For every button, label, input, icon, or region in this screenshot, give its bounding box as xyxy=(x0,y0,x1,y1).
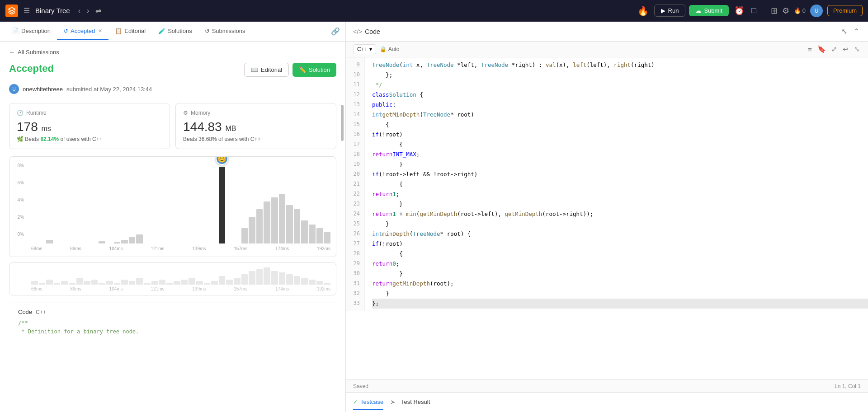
memory-icon: ⚙ xyxy=(183,110,188,116)
code-line: int getMinDepth(TreeNode* root) xyxy=(372,110,868,120)
accepted-status-title: Accepted xyxy=(9,63,54,75)
mini-chart-x-label: 68ms xyxy=(31,286,42,291)
accepted-tab-icon: ↺ xyxy=(63,28,68,34)
code-lines: TreeNode(int x, TreeNode *left, TreeNode… xyxy=(365,57,868,311)
language-selector[interactable]: C++ ▾ xyxy=(353,44,376,54)
code-line: */ xyxy=(372,80,868,90)
submissions-tab-icon: ↺ xyxy=(205,28,210,34)
mini-chart-bar xyxy=(144,283,151,285)
cursor-position: Ln 1, Col 1 xyxy=(835,383,861,389)
tab-description[interactable]: 📄 Description xyxy=(5,23,57,40)
editorial-button[interactable]: 📖 Editorial xyxy=(244,63,289,77)
alarm-button[interactable]: ⏰ xyxy=(732,4,746,18)
next-button[interactable]: › xyxy=(84,5,92,17)
fire-button[interactable]: 🔥 xyxy=(636,4,651,18)
memory-value: 144.83 MB xyxy=(183,120,329,134)
line-number: 9 xyxy=(346,60,364,70)
submit-cloud-icon: ☁ xyxy=(695,7,701,14)
shuffle-button[interactable]: ⇌ xyxy=(93,5,104,17)
maximize-button[interactable]: ⤡ xyxy=(853,44,861,54)
fire-count: 🔥 0 xyxy=(794,7,806,14)
code-preview: /** * Definition for a binary tree node. xyxy=(18,319,327,336)
chart-bar xyxy=(99,241,105,243)
line-number: 22 xyxy=(346,189,364,199)
run-button[interactable]: ▶ Run xyxy=(654,5,686,17)
undo-button[interactable]: ↩ xyxy=(842,44,849,54)
tab-submissions[interactable]: ↺ Submissions xyxy=(198,23,252,40)
code-line: { xyxy=(372,179,868,189)
mini-chart-bar xyxy=(159,280,165,285)
fullscreen-button[interactable]: ⤢ xyxy=(830,44,838,54)
memory-beat: Beats 36.68% of users with C++ xyxy=(183,136,329,142)
submitter-name: onewhitethreee xyxy=(23,86,63,93)
chart-bar: 😊 xyxy=(219,167,226,243)
chart-bar xyxy=(256,209,263,244)
premium-button[interactable]: Premium xyxy=(827,5,863,16)
grid-icon[interactable]: ⊞ xyxy=(771,6,778,16)
tab-editorial[interactable]: 📋 Editorial xyxy=(108,23,152,40)
menu-icon[interactable]: ☰ xyxy=(22,5,32,17)
run-area: 🔥 ▶ Run ☁ Submit ⏰ □ xyxy=(636,4,758,18)
solution-button[interactable]: ✏️ Solution xyxy=(292,63,336,77)
expand-code-button[interactable]: ⤡ xyxy=(840,26,849,37)
mini-chart-bar xyxy=(91,280,98,285)
code-line: return INT_MAX; xyxy=(372,150,868,159)
code-section: Code C++ /** * Definition for a binary t… xyxy=(9,303,336,342)
logo[interactable] xyxy=(5,5,18,17)
collapse-code-button[interactable]: ⌃ xyxy=(852,26,861,37)
runtime-beat: 🌿 Beats 82.14% of users with C++ xyxy=(17,136,162,142)
mini-chart-bar xyxy=(54,283,61,285)
chart-bar xyxy=(114,242,121,243)
mini-chart-bar xyxy=(106,281,113,285)
code-line: { xyxy=(372,249,868,259)
chart-x-label: 192ms xyxy=(317,246,330,251)
link-icon[interactable]: 🔗 xyxy=(331,27,340,36)
clock-icon: 🕐 xyxy=(17,110,24,116)
scroll-indicator[interactable] xyxy=(341,105,344,141)
chart-bar xyxy=(316,228,323,243)
mini-chart: 68ms86ms104ms121ms139ms157ms174ms192ms xyxy=(9,262,336,295)
user-avatar[interactable]: U xyxy=(810,5,823,17)
tabs-bar: 📄 Description ↺ Accepted ✕ 📋 Editorial 🧪… xyxy=(0,22,345,42)
line-number: 24 xyxy=(346,209,364,219)
testcase-tab[interactable]: ✓ Testcase xyxy=(353,395,383,410)
submission-header: Accepted 📖 Editorial ✏️ Solution xyxy=(9,63,336,77)
code-line: }; xyxy=(372,70,868,80)
chart-y-labels: 8%6%4%2%0% xyxy=(9,161,26,239)
mini-chart-bar xyxy=(46,280,53,285)
line-numbers: 9101112131415161718192021222324252627282… xyxy=(346,57,365,311)
mini-chart-bar xyxy=(211,281,218,285)
line-number: 27 xyxy=(346,239,364,249)
chart-bar xyxy=(241,228,248,243)
mini-chart-bar xyxy=(324,283,330,285)
chart-bar xyxy=(121,240,128,244)
code-editor[interactable]: 9101112131415161718192021222324252627282… xyxy=(346,57,868,379)
mini-chart-bar xyxy=(99,283,105,285)
code-line: return 1 + min(getMinDepth(root->left), … xyxy=(372,209,868,219)
code-line: } xyxy=(372,199,868,209)
back-link[interactable]: ← All Submissions xyxy=(9,49,336,56)
mini-chart-bar xyxy=(151,281,158,285)
note-button[interactable]: □ xyxy=(750,4,758,17)
mini-chart-bar xyxy=(174,281,180,285)
tab-solutions[interactable]: 🧪 Solutions xyxy=(152,23,198,40)
chart-area: 8%6%4%2%0% 😊 68ms86ms104ms121ms139ms157m… xyxy=(9,156,336,257)
submit-button[interactable]: ☁ Submit xyxy=(689,5,728,16)
bookmark-button[interactable]: 🔖 xyxy=(816,44,827,54)
format-code-button[interactable]: ≡ xyxy=(807,45,813,54)
nav-buttons: ‹ › ⇌ xyxy=(75,5,104,17)
tab-accepted[interactable]: ↺ Accepted ✕ xyxy=(57,23,108,40)
line-number: 23 xyxy=(346,199,364,209)
stats-row: 🕐 Runtime 178 ms 🌿 Beats 82.14% of users… xyxy=(9,103,336,149)
gear-icon[interactable]: ⚙ xyxy=(782,6,789,16)
tab-close-accepted[interactable]: ✕ xyxy=(98,28,102,33)
code-toolbar-left: C++ ▾ 🔒 Auto xyxy=(353,44,399,54)
mini-chart-bar xyxy=(114,283,121,285)
mini-chart-bar xyxy=(69,283,75,285)
mini-chart-bar xyxy=(181,280,188,285)
test-result-tab[interactable]: ≻_ Test Result xyxy=(391,395,430,410)
mini-chart-bar xyxy=(219,276,226,285)
status-bar: Saved Ln 1, Col 1 xyxy=(346,379,868,392)
mini-chart-x-label: 86ms xyxy=(70,286,81,291)
prev-button[interactable]: ‹ xyxy=(75,5,83,17)
